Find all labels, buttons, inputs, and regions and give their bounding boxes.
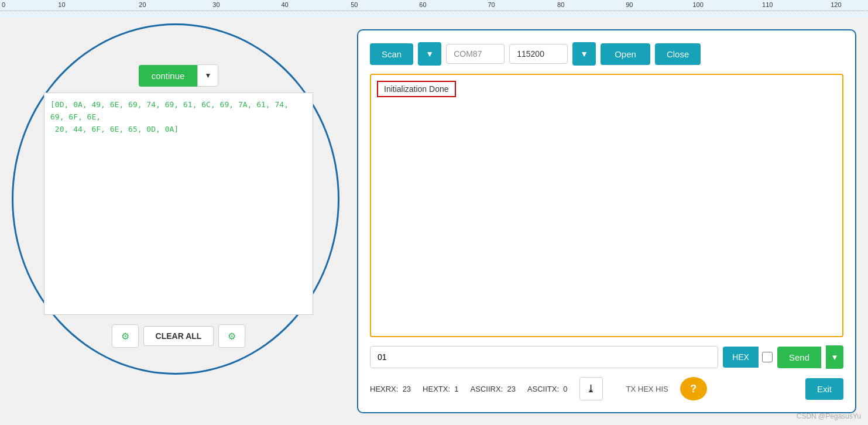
asciirx-label-text: ASCIIRX: — [471, 385, 503, 393]
toolbar: Scan ▼ ▼ Open Close — [370, 42, 843, 66]
help-icon: ? — [690, 383, 697, 395]
baud-dropdown-arrow: ▼ — [580, 49, 588, 59]
ruler-tick-40: 40 — [281, 1, 288, 8]
ruler-tick-10: 10 — [58, 1, 65, 8]
settings-left-icon: ⚙ — [121, 331, 129, 342]
settings-right-button[interactable]: ⚙ — [218, 324, 245, 348]
hexrx-value: 23 — [403, 385, 411, 393]
ruler-tick-20: 20 — [139, 1, 146, 8]
hexrx-label-text: HEXRX: — [370, 385, 398, 393]
status-bar: HEXRX: 23 HEXTX: 1 ASCIIRX: 23 ASCIITX: … — [370, 377, 843, 400]
send-button[interactable]: Send — [777, 347, 821, 368]
ruler-inner: 0 10 20 30 40 50 60 70 80 90 100 110 120 — [0, 0, 868, 18]
close-button[interactable]: Close — [655, 43, 701, 65]
ruler-tick-30: 30 — [212, 1, 219, 8]
ruler-tick-60: 60 — [419, 1, 426, 8]
exit-button[interactable]: Exit — [805, 378, 843, 400]
bottom-buttons: ⚙ CLEAR ALL ⚙ — [112, 324, 246, 348]
continue-dropdown-button[interactable]: ▼ — [197, 64, 218, 87]
send-input[interactable] — [370, 346, 718, 368]
hextx-value: 1 — [454, 385, 458, 393]
init-text: Initialization Done — [377, 81, 456, 97]
continue-area: continue ▼ — [139, 64, 219, 87]
asciirx-label: ASCIIRX: 23 — [471, 385, 516, 393]
ruler-tick-50: 50 — [351, 1, 358, 8]
ruler-tick-80: 80 — [557, 1, 564, 8]
ruler-tick-70: 70 — [488, 1, 495, 8]
settings-right-icon: ⚙ — [228, 331, 236, 342]
main-area: continue ▼ [0D, 0A, 49, 6E, 69, 74, 69, … — [0, 18, 868, 425]
hextx-label: HEXTX: 1 — [423, 385, 458, 393]
hex-content: [0D, 0A, 49, 6E, 69, 74, 69, 61, 6C, 69,… — [50, 100, 293, 133]
hex-button[interactable]: HEX — [723, 347, 759, 368]
ruler-tick-120: 120 — [831, 1, 841, 8]
ruler-dotline — [0, 11, 868, 11]
ruler-tick-0: 0 — [2, 1, 5, 8]
send-dropdown-arrow: ▼ — [831, 353, 838, 362]
scan-button[interactable]: Scan — [370, 43, 413, 65]
asciitx-label-text: ASCIITX: — [527, 385, 559, 393]
ruler: 0 10 20 30 40 50 60 70 80 90 100 110 120 — [0, 0, 868, 18]
import-button[interactable]: ⤓ — [579, 377, 603, 400]
left-panel: continue ▼ [0D, 0A, 49, 6E, 69, 74, 69, … — [0, 18, 357, 425]
import-icon: ⤓ — [586, 382, 595, 395]
ruler-tick-90: 90 — [626, 1, 633, 8]
right-panel: Scan ▼ ▼ Open Close Initialization Done … — [357, 29, 856, 413]
open-button[interactable]: Open — [601, 43, 650, 65]
console-area: Initialization Done — [370, 74, 843, 337]
hex-checkbox[interactable] — [762, 352, 773, 362]
continue-dropdown-arrow: ▼ — [204, 71, 211, 80]
ruler-tick-100: 100 — [692, 1, 703, 8]
scan-dropdown-button[interactable]: ▼ — [418, 42, 441, 66]
hexrx-label: HEXRX: 23 — [370, 385, 411, 393]
hextx-label-text: HEXTX: — [423, 385, 450, 393]
send-dropdown-button[interactable]: ▼ — [826, 345, 843, 369]
asciitx-value: 0 — [563, 385, 567, 393]
ruler-tick-110: 110 — [762, 1, 773, 8]
baud-rate-input[interactable] — [509, 44, 568, 64]
help-button[interactable]: ? — [680, 377, 707, 400]
asciitx-label: ASCIITX: 0 — [527, 385, 568, 393]
continue-button[interactable]: continue — [139, 65, 198, 87]
asciirx-value: 23 — [507, 385, 515, 393]
scan-dropdown-arrow: ▼ — [426, 49, 434, 59]
settings-left-button[interactable]: ⚙ — [112, 324, 139, 348]
watermark: CSDN @PegasusYu — [797, 412, 861, 420]
tx-hex-his-label: TX HEX HIS — [626, 385, 668, 393]
com-port-input[interactable] — [446, 44, 505, 64]
baud-dropdown-button[interactable]: ▼ — [572, 42, 596, 66]
send-area: HEX Send ▼ — [370, 345, 843, 369]
hex-display: [0D, 0A, 49, 6E, 69, 74, 69, 61, 6C, 69,… — [44, 92, 313, 315]
clear-all-button[interactable]: CLEAR ALL — [143, 326, 214, 346]
